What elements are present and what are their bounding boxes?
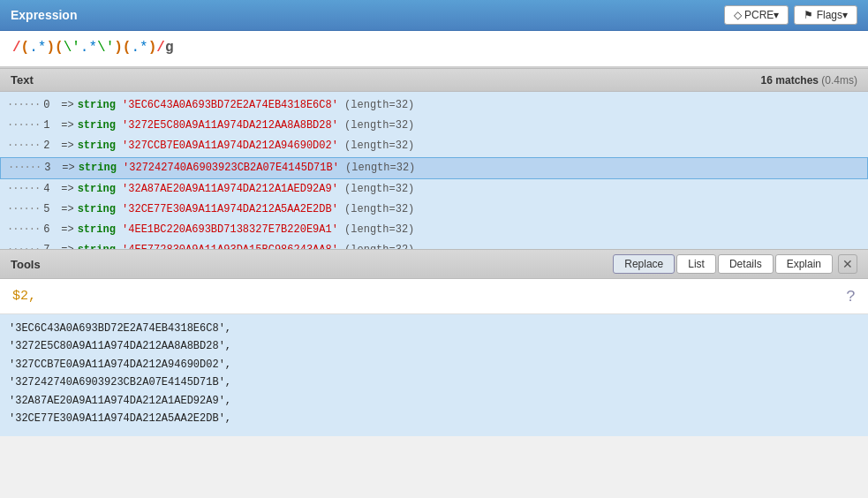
tools-section-header: Tools Replace List Details Explain ✕ <box>0 249 868 279</box>
expr-backslash-quote-1: \' <box>64 40 80 56</box>
tab-list[interactable]: List <box>676 254 716 274</box>
text-content-area[interactable]: ······ 0 => string '3EC6C43A0A693BD72E2A… <box>0 92 868 249</box>
output-line: '3272E5C80A9A11A974DA212AA8A8BD28', <box>9 337 859 355</box>
expr-dotstar-2: .* <box>80 40 97 56</box>
table-row: ······ 3 => string '327242740A6903923CB2… <box>0 157 868 179</box>
tools-section-title: Tools <box>11 258 41 271</box>
expr-close-delimiter: / <box>156 40 165 56</box>
expr-dotstar-1: .* <box>29 40 46 56</box>
expr-paren-close-1: ) <box>46 40 55 56</box>
expr-backslash-quote-2: \' <box>97 40 114 56</box>
expression-area[interactable]: /(.*)(\'.*\')(.*)/g <box>0 31 868 68</box>
header-buttons: ◇ PCRE▾ ⚑ Flags▾ <box>724 5 857 25</box>
tab-replace[interactable]: Replace <box>613 254 675 274</box>
table-row: ······ 7 => string '4EE772830A9A11A93DA1… <box>0 240 868 249</box>
table-row: ······ 6 => string '4EE1BC220A693BD71383… <box>0 220 868 240</box>
replace-expression: $2, <box>12 289 36 304</box>
table-row: ······ 4 => string '32A87AE20A9A11A974DA… <box>0 179 868 200</box>
flags-button[interactable]: ⚑ Flags▾ <box>794 5 857 25</box>
help-icon[interactable]: ? <box>846 288 856 306</box>
table-row: ······ 1 => string '3272E5C80A9A11A974DA… <box>0 116 868 136</box>
output-line: '3EC6C43A0A693BD72E2A74EB4318E6C8', <box>9 320 859 337</box>
expr-paren-close-3: ) <box>148 40 157 56</box>
close-tools-button[interactable]: ✕ <box>838 254 857 274</box>
matches-badge: 16 matches (0.4ms) <box>761 74 857 87</box>
matches-count: 16 matches <box>761 74 819 87</box>
expr-open-delimiter: / <box>12 40 21 56</box>
header-title: Expression <box>11 8 77 22</box>
expr-paren-close-2: ) <box>114 40 123 56</box>
expr-paren-open-2: ( <box>55 40 64 56</box>
expr-flag-g: g <box>165 40 174 56</box>
table-row: ······ 5 => string '32CE77E30A9A11A974DA… <box>0 200 868 220</box>
tab-details[interactable]: Details <box>718 254 774 274</box>
output-line: '327242740A6903923CB2A07E4145D71B', <box>9 374 859 391</box>
app-header: Expression ◇ PCRE▾ ⚑ Flags▾ <box>0 0 868 31</box>
expr-paren-open-1: ( <box>21 40 30 56</box>
pcre-button[interactable]: ◇ PCRE▾ <box>724 5 789 25</box>
text-section-header: Text 16 matches (0.4ms) <box>0 68 868 92</box>
tools-content-bar: $2, ? <box>0 279 868 314</box>
matches-time: (0.4ms) <box>821 74 857 87</box>
table-row: ······ 0 => string '3EC6C43A0A693BD72E2A… <box>0 95 868 116</box>
output-line: '32CE77E30A9A11A974DA212A5AA2E2DB', <box>9 410 859 427</box>
tab-explain[interactable]: Explain <box>775 254 833 274</box>
expr-dotstar-3: .* <box>131 40 147 56</box>
output-area[interactable]: '3EC6C43A0A693BD72E2A74EB4318E6C8', '327… <box>0 314 868 436</box>
text-section-title: Text <box>11 73 34 87</box>
tools-tabs: Replace List Details Explain ✕ <box>613 254 857 274</box>
table-row: ······ 2 => string '327CCB7E0A9A11A974DA… <box>0 136 868 156</box>
output-line: '327CCB7E0A9A11A974DA212A94690D02', <box>9 356 859 374</box>
output-line: '32A87AE20A9A11A974DA212A1AED92A9', <box>9 392 859 410</box>
